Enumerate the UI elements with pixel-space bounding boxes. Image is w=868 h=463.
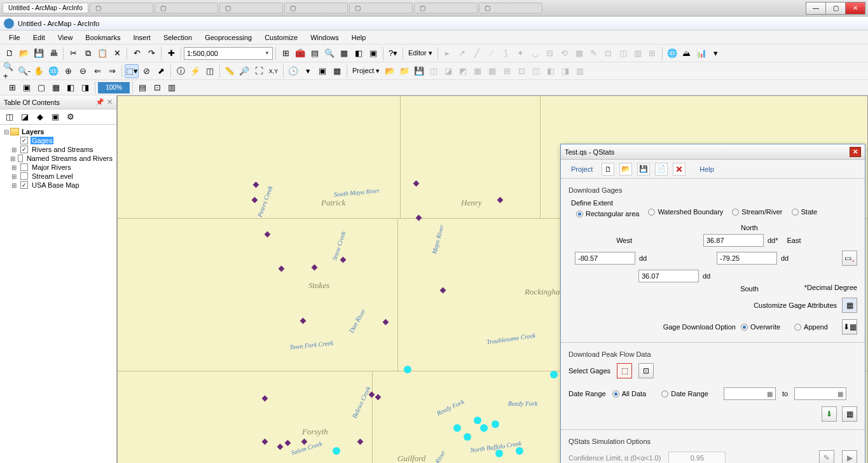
expand-icon[interactable]: ⊞ [10, 164, 18, 171]
selected-gage-point[interactable] [464, 433, 471, 441]
georef-icon[interactable]: 🌐 [665, 46, 679, 60]
menu-edit[interactable]: Edit [27, 32, 52, 43]
gage-point[interactable] [265, 232, 271, 238]
project-f-icon[interactable]: ⊞ [500, 64, 514, 78]
prev-extent-icon[interactable]: ⇐ [90, 64, 104, 78]
toc-layer-item[interactable]: ⊞ USA Base Map [3, 181, 114, 190]
create-viewer-icon[interactable]: ▾ [301, 64, 315, 78]
edit-tool-icon[interactable]: ▸ [441, 46, 455, 60]
project-k-icon[interactable]: ▥ [573, 64, 587, 78]
project-b-icon[interactable]: ◪ [441, 64, 455, 78]
editor-menu[interactable]: Editor ▾ [406, 49, 435, 57]
python-icon[interactable]: ▣ [366, 46, 380, 60]
hyperlink-icon[interactable]: ⚡ [188, 64, 202, 78]
gage-point[interactable] [285, 440, 291, 446]
find-route-icon[interactable]: ⛶ [252, 64, 266, 78]
gage-point[interactable] [279, 266, 285, 272]
browser-tab[interactable]: Untitled - ArcMap - ArcInfo [3, 3, 88, 13]
open-icon[interactable]: 📂 [17, 46, 31, 60]
delete-icon[interactable]: ✕ [110, 46, 124, 60]
selected-gage-point[interactable] [480, 424, 488, 432]
edit-point-icon[interactable]: ⟋ [485, 46, 499, 60]
layout-g-icon[interactable]: ▤ [135, 81, 149, 95]
menu-view[interactable]: View [52, 32, 79, 43]
layer-checkbox[interactable] [20, 181, 28, 189]
minimize-button[interactable]: — [806, 2, 826, 15]
fixed-zoom-out-icon[interactable]: ⊖ [76, 64, 90, 78]
project-save-icon[interactable]: 💾 [412, 64, 426, 78]
qstats-delete-icon[interactable]: 🗙 [673, 163, 685, 176]
project-c-icon[interactable]: ◩ [456, 64, 470, 78]
split-icon[interactable]: ⊟ [543, 46, 557, 60]
layer-checkbox[interactable] [20, 163, 28, 171]
layer-label[interactable]: USA Base Map [31, 181, 81, 189]
model-icon[interactable]: ◧ [352, 46, 366, 60]
project-d-icon[interactable]: ▦ [471, 64, 485, 78]
layer-checkbox[interactable] [20, 137, 28, 144]
print-icon[interactable]: 🖶 [46, 46, 60, 60]
browser-tab[interactable]: ▢ [155, 3, 218, 13]
full-extent-icon[interactable]: 🌐 [46, 64, 60, 78]
north-input[interactable] [703, 234, 764, 247]
table-icon[interactable]: ▦ [337, 46, 351, 60]
project-new-icon[interactable]: 📁 [397, 64, 411, 78]
layout-h-icon[interactable]: ⊡ [150, 81, 164, 95]
qstats-open-icon[interactable]: 📂 [619, 163, 632, 176]
overwrite-radio[interactable]: Overwrite [741, 323, 780, 331]
extent-radio-2[interactable]: Stream/River [732, 208, 782, 216]
browser-tab[interactable]: ▢ [219, 3, 283, 13]
graph-icon[interactable]: 📊 [694, 46, 708, 60]
select-features-icon[interactable]: ⬚▾ [125, 64, 139, 78]
viewer2-icon[interactable]: ▦ [330, 64, 344, 78]
project-g-icon[interactable]: ⊡ [514, 64, 528, 78]
layer-label[interactable]: Named Streams and Rivers [25, 155, 114, 162]
qstats-new-icon[interactable]: 🗋 [602, 163, 614, 176]
toc-layer-item[interactable]: ⊞ Named Streams and Rivers [3, 154, 114, 163]
qstats-saveas-icon[interactable]: 📄 [655, 163, 668, 176]
selected-gage-point[interactable] [404, 366, 411, 373]
measure-icon[interactable]: 📏 [223, 64, 237, 78]
find-icon[interactable]: 🔎 [237, 64, 251, 78]
qstats-project-menu[interactable]: Project [567, 165, 596, 173]
east-input[interactable] [717, 252, 777, 265]
layout-a-icon[interactable]: ⊞ [5, 81, 19, 95]
layout-d-icon[interactable]: ▦ [49, 81, 63, 95]
map-scale-combo[interactable]: 1:500,000▼ [184, 47, 273, 60]
selected-gage-point[interactable] [550, 371, 558, 378]
save-icon[interactable]: 💾 [32, 46, 46, 60]
toc-layer-item[interactable]: ⊞ Rivers and Streams [3, 145, 114, 154]
all-data-radio[interactable]: All Data [612, 390, 647, 397]
toolbox-icon[interactable]: 🧰 [293, 46, 307, 60]
browser-tab[interactable]: ▢ [414, 3, 478, 13]
pin-icon[interactable]: 📌 [95, 98, 104, 106]
select-elements-icon[interactable]: ⬈ [154, 64, 168, 78]
download-gages-button[interactable]: ⬇▦ [842, 319, 857, 335]
peak-table-button[interactable]: ▦ [842, 406, 857, 422]
menu-windows[interactable]: Windows [304, 32, 345, 43]
menu-bookmarks[interactable]: Bookmarks [79, 32, 127, 43]
west-input[interactable] [575, 252, 635, 265]
layout-f-icon[interactable]: ◨ [78, 81, 92, 95]
edit-more3-icon[interactable]: ▥ [631, 46, 645, 60]
gage-point[interactable] [300, 318, 307, 324]
south-input[interactable] [638, 270, 699, 282]
expand-icon[interactable]: ⊞ [10, 173, 18, 180]
help-icon[interactable]: ?▾ [386, 46, 400, 60]
dropdown-icon[interactable]: ▾ [709, 46, 723, 60]
append-radio[interactable]: Append [794, 323, 828, 331]
project-a-icon[interactable]: ◫ [427, 64, 441, 78]
project-h-icon[interactable]: ◫ [529, 64, 543, 78]
gage-point[interactable] [262, 396, 268, 402]
fixed-zoom-in-icon[interactable]: ⊕ [61, 64, 75, 78]
gage-point[interactable] [277, 444, 284, 450]
sketch-icon[interactable]: ✎ [587, 46, 601, 60]
edit-line-icon[interactable]: ╱ [470, 46, 484, 60]
add-data-icon[interactable]: ✚ [164, 46, 178, 60]
search-icon[interactable]: 🔍 [322, 46, 336, 60]
gage-point[interactable] [312, 265, 318, 271]
browser-tab[interactable]: ▢ [90, 3, 153, 13]
zoom-percent[interactable]: 100% [98, 82, 130, 93]
layer-checkbox[interactable] [18, 155, 23, 162]
new-icon[interactable]: 🗋 [3, 46, 17, 60]
go-to-xy-icon[interactable]: X,Y [266, 64, 280, 78]
